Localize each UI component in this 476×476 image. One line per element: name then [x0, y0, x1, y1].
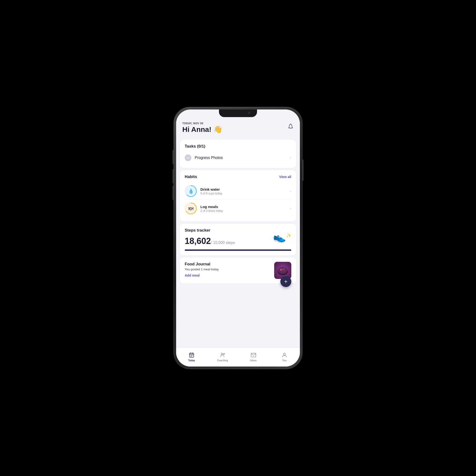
- steps-current: 18,602: [185, 236, 211, 246]
- habit-log-meals[interactable]: 🍽 Log meals 2 of 3 times today ›: [185, 200, 291, 217]
- svg-point-22: [284, 353, 285, 355]
- habits-header: Habits View all: [185, 174, 291, 179]
- water-chevron: ›: [290, 189, 291, 193]
- steps-progress-bar: [185, 249, 291, 251]
- svg-point-18: [221, 353, 223, 355]
- svg-point-11: [282, 270, 284, 272]
- food-thumbnail: [274, 262, 291, 279]
- steps-shoe-emoji: 👟✨: [273, 231, 291, 243]
- today-icon: [188, 352, 195, 358]
- task-label: Progress Photos: [195, 156, 290, 160]
- habit-drink-water[interactable]: 💧 Drink water 5 of 8 cups today ›: [185, 183, 291, 200]
- phone-screen: TODAY, NOV 30 Hi Anna! 👋 Tasks (0/1): [176, 109, 300, 367]
- water-name: Drink water: [200, 187, 290, 191]
- header-greeting: Hi Anna! 👋: [182, 125, 222, 134]
- food-image-svg: [276, 263, 290, 277]
- add-meal-fab[interactable]: +: [280, 276, 291, 287]
- nav-today[interactable]: Today: [176, 348, 207, 364]
- food-journal-section: Food Journal You posted 1 meal today Add…: [180, 257, 296, 283]
- bell-icon[interactable]: [288, 123, 294, 130]
- task-chevron: ›: [290, 156, 291, 160]
- water-sub: 5 of 8 cups today: [200, 192, 290, 195]
- header-left: TODAY, NOV 30 Hi Anna! 👋: [182, 122, 222, 134]
- app-header: TODAY, NOV 30 Hi Anna! 👋: [176, 117, 300, 137]
- nav-you[interactable]: You: [269, 348, 300, 364]
- svg-point-9: [280, 269, 282, 271]
- food-title: Food Journal: [185, 262, 271, 267]
- nav-inbox[interactable]: Inbox: [238, 348, 269, 364]
- phone-frame: TODAY, NOV 30 Hi Anna! 👋 Tasks (0/1): [174, 107, 302, 369]
- add-meal-button[interactable]: Add meal: [185, 273, 271, 277]
- coaching-icon: [220, 352, 226, 358]
- food-info: Food Journal You posted 1 meal today Add…: [185, 262, 274, 277]
- steps-goal: / 10,000 steps: [211, 241, 235, 245]
- meals-sub: 2 of 3 times today: [200, 209, 290, 213]
- tasks-title: Tasks (0/1): [185, 144, 291, 149]
- inbox-icon: [250, 352, 256, 358]
- water-emoji: 💧: [188, 188, 194, 194]
- view-all-habits[interactable]: View all: [279, 175, 291, 179]
- food-header: Food Journal You posted 1 meal today Add…: [185, 262, 291, 279]
- habits-title: Habits: [185, 174, 197, 179]
- steps-section: Steps tracker 18,602/ 10,000 steps 👟✨: [180, 224, 296, 255]
- meals-emoji: 🍽: [188, 206, 193, 211]
- task-check-icon: [185, 154, 191, 161]
- nav-coaching[interactable]: Coaching: [207, 348, 238, 364]
- inbox-label: Inbox: [250, 359, 257, 362]
- notch: [219, 109, 257, 117]
- water-text: Drink water 5 of 8 cups today: [200, 187, 290, 195]
- meals-icon-wrap: 🍽: [185, 202, 197, 215]
- today-label: Today: [188, 359, 195, 362]
- steps-bar-fill: [185, 249, 291, 251]
- header-date: TODAY, NOV 30: [182, 122, 222, 125]
- meals-text: Log meals 2 of 3 times today: [200, 205, 290, 213]
- svg-point-10: [284, 269, 285, 270]
- steps-numbers: 18,602/ 10,000 steps: [185, 236, 235, 246]
- you-icon: [281, 352, 288, 358]
- meals-chevron: ›: [290, 206, 291, 211]
- you-label: You: [282, 359, 287, 362]
- meals-name: Log meals: [200, 205, 290, 209]
- bottom-nav: Today Coaching: [176, 347, 300, 367]
- camera-dot: [248, 112, 250, 114]
- coaching-label: Coaching: [217, 359, 228, 362]
- bottom-spacer: [176, 286, 300, 293]
- screen-content: TODAY, NOV 30 Hi Anna! 👋 Tasks (0/1): [176, 117, 300, 347]
- fab-plus-icon: +: [284, 278, 288, 285]
- food-sub: You posted 1 meal today: [185, 268, 271, 271]
- tasks-section: Tasks (0/1) Progress Photos ›: [180, 140, 296, 168]
- habits-section: Habits View all 💧 Drink water 5 of 8: [180, 170, 296, 221]
- food-thumb-inner: [274, 262, 291, 279]
- water-icon-wrap: 💧: [185, 185, 197, 197]
- task-progress-photos[interactable]: Progress Photos ›: [185, 152, 291, 164]
